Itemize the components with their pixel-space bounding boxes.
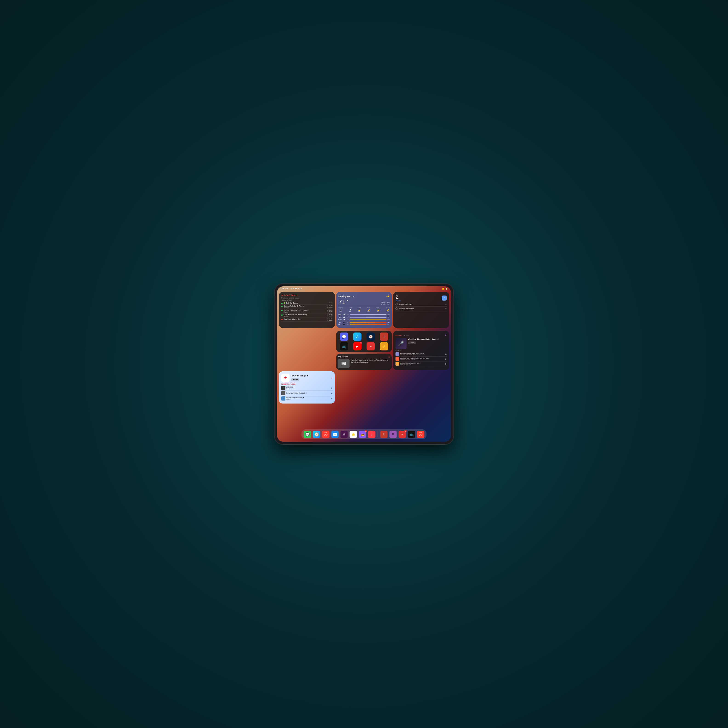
podcast-play-1[interactable]: ▶ xyxy=(445,353,447,355)
calendar-event-allday[interactable]: 🟢 2 All-Day Events all-day xyxy=(281,302,332,305)
track-play-3[interactable]: ▶ xyxy=(331,398,332,400)
date-display: Sun Sep 22 xyxy=(291,288,302,290)
track-info-1: All Hell ⊞ ✦ Los Campesinos! xyxy=(286,386,331,390)
reminder-text-1: Replace Air Filter xyxy=(399,303,445,305)
event-time: 10:00AM11:00AM xyxy=(327,305,332,308)
podcast-track-2[interactable]: MBMBaM 729: Put a Slim Jim in My Coin Ho… xyxy=(396,356,447,361)
apps-widget[interactable]: 💬 A ⚾ xyxy=(336,331,392,352)
podcast-track-3[interactable]: Longest Fixed Borders In History New · 3… xyxy=(396,361,447,366)
event-dot xyxy=(281,303,283,304)
status-bar: 7:29 PM Sun Sep 22 📶 🔋 xyxy=(277,286,451,291)
dock-messages[interactable]: 💬 xyxy=(304,431,311,438)
podcasts-main: 🎤 Wrestling Observer Radio, Sep 19th ▶ P… xyxy=(396,338,447,349)
music-track-1[interactable]: 🎵 All Hell ⊞ ✦ Los Campesinos! ▶ xyxy=(281,385,332,391)
reminders-count: 2 xyxy=(396,294,400,300)
music-track-2[interactable]: 🎵 Pinkerton (Deluxe Edition) ⊞ ✦ ▶ xyxy=(281,391,332,396)
podcast-play-3[interactable]: ▶ xyxy=(445,363,447,365)
dock-lists[interactable]: ≡ 2 xyxy=(399,431,406,438)
instapaper-icon[interactable]: I xyxy=(380,332,388,341)
podcast-play-button[interactable]: ▶ Play xyxy=(408,341,416,344)
weather-high-low: H:75° L:63° xyxy=(381,304,390,305)
appletv-icon[interactable]: 📺 xyxy=(340,342,348,350)
weather-widget[interactable]: Nottingham ↗ 🌙 71° Mostly Clear H:75° L:… xyxy=(336,292,392,328)
podcast-main-title: Wrestling Observer Radio, Sep 19th xyxy=(408,338,447,340)
weather-hourly: 7:02PM 🌤 70° 8 PM ☁️ 70° 9 PM 🌙 68° xyxy=(338,306,390,312)
time-display: 7:29 PM xyxy=(280,288,288,290)
event-title: 🟢 2 All-Day Events xyxy=(284,302,328,304)
track-info-3: Weezer (Deluxe Edition) ✦ Weezer xyxy=(286,397,331,400)
album-art-1: 🎵 xyxy=(281,386,285,390)
event-dot xyxy=(281,310,283,311)
track-artist-3: Weezer xyxy=(286,399,331,400)
status-time: 7:29 PM Sun Sep 22 xyxy=(280,288,302,290)
music-playlist-info: ★ Favorite Songs ✦ ▶ Play xyxy=(281,374,308,382)
dock-reeder[interactable]: ⭐ xyxy=(350,431,357,438)
appstore-icon[interactable]: A xyxy=(353,332,361,341)
event-dot xyxy=(281,306,283,307)
calendar-widget[interactable]: SUNDAY, SEP 22 No more events today TOMO… xyxy=(279,292,335,328)
discord-icon[interactable]: 💬 xyxy=(340,332,348,341)
event-dot xyxy=(281,314,283,316)
dock-safari[interactable]: 🧭 xyxy=(313,431,320,438)
weather-city: Nottingham ↗ xyxy=(338,294,354,298)
youtube-icon[interactable]: ▶ 2 xyxy=(353,342,361,350)
calendar-event-1[interactable]: Gemma: Roleplay 3: Policies ⌘ Zoom 10:00… xyxy=(281,305,332,309)
music-track-3[interactable]: 🎵 Weezer (Deluxe Edition) ✦ Weezer ▶ xyxy=(281,396,332,401)
app-discord[interactable]: 💬 xyxy=(338,332,350,341)
app-appletv[interactable]: 📺 xyxy=(338,342,350,350)
reeder-icon[interactable]: ⚡ xyxy=(380,342,388,350)
dock-music[interactable]: ♪ xyxy=(368,431,375,438)
weather-low: L:63° xyxy=(386,304,390,305)
calendar-date-header: SUNDAY, SEP 22 xyxy=(281,294,332,297)
calendar-event-3[interactable]: ZeroFox/Tradeweb- Account Alig... ⌘ Zoom… xyxy=(281,314,332,318)
music-playlist-details: Favorite Songs ✦ ▶ Play xyxy=(291,375,308,381)
dock-pocketcasts[interactable]: 📻 28 xyxy=(359,431,366,438)
mlb-icon[interactable]: ⚾ xyxy=(367,332,375,341)
dock-calendar2[interactable]: SUN 22 xyxy=(417,431,424,438)
calendar-event-4[interactable]: Time Block: Allergy Shot 11:30AM12:30PM xyxy=(281,318,332,322)
battery-icon: 🔋 xyxy=(445,288,448,290)
apple-news-icon: N xyxy=(388,355,390,358)
app-reeder[interactable]: ⚡ xyxy=(378,342,390,350)
podcast-play-2[interactable]: ▶ xyxy=(445,358,447,360)
news-widget[interactable]: Top Stories N 📰 Hezbollah vows a war of … xyxy=(336,354,392,370)
podcast-art-1 xyxy=(396,352,399,356)
podcast-info-1: Wonkquaman with Marie Bardi-Salinas Resu… xyxy=(400,353,445,355)
reminder-checkbox-2[interactable] xyxy=(396,307,398,310)
event-title: ZeroFox/Tradeweb- Account Alig... xyxy=(284,314,327,315)
lists-icon[interactable]: ≡ xyxy=(367,342,375,350)
dock-podcasts[interactable]: 🎙 xyxy=(390,431,397,438)
track-play-2[interactable]: ▶ xyxy=(331,392,332,394)
youtube-badge: 2 xyxy=(359,342,362,344)
app-appstore[interactable]: A xyxy=(351,332,363,341)
podcasts-widget[interactable]: RESUME 3D AGO 🎙 🎤 Wrestling Observer Rad… xyxy=(393,331,449,370)
app-lists[interactable]: ≡ xyxy=(365,342,377,350)
album-art-2: 🎵 xyxy=(281,391,285,395)
dock-instapaper[interactable]: I xyxy=(380,431,388,438)
weather-hour-4: 10 PM 🌙 67° xyxy=(367,307,370,312)
dock-mail[interactable]: ✉️ xyxy=(331,431,339,438)
resume-label: RESUME xyxy=(396,335,402,336)
app-youtube[interactable]: ▶ 2 xyxy=(351,342,363,350)
music-header: ★ Favorite Songs ✦ ▶ Play ♪ xyxy=(281,374,332,382)
music-play-button[interactable]: ▶ Play xyxy=(291,378,300,381)
music-widget[interactable]: ★ Favorite Songs ✦ ▶ Play ♪ RECENTLY PLA… xyxy=(279,372,335,404)
reminder-checkbox-1[interactable] xyxy=(396,303,398,305)
event-location: ⌘ Zoom xyxy=(284,311,327,313)
dock-slack[interactable]: # xyxy=(341,431,348,438)
app-mlb[interactable]: ⚾ xyxy=(365,332,377,341)
forecast-thu: Thu 🌧 66° 82° xyxy=(338,321,390,323)
calendar-event-2[interactable]: ZeroFox | Kimberly Clark Corporat... ⌘ Z… xyxy=(281,309,332,314)
dock-appletv[interactable]: 📺 xyxy=(408,431,415,438)
reminder-item-2[interactable]: Change water filter ↻ xyxy=(396,307,447,311)
city-name: Nottingham xyxy=(338,295,351,298)
track-play-1[interactable]: ▶ xyxy=(331,387,332,389)
podcast-track-1[interactable]: Wonkquaman with Marie Bardi-Salinas Resu… xyxy=(396,352,447,356)
reminder-text-2: Change water filter xyxy=(399,308,445,310)
dock-calendar[interactable]: SUN 22 xyxy=(322,431,330,438)
event-info: 🟢 2 All-Day Events xyxy=(284,302,328,304)
app-instapaper[interactable]: I xyxy=(378,332,390,341)
reminders-widget[interactable]: 2 Today ☑ Replace Air Filter ↻ xyxy=(393,292,449,328)
reminder-item-1[interactable]: Replace Air Filter ↻ xyxy=(396,302,447,307)
news-headline: Hezbollah vows a war of "reckoning" as e… xyxy=(351,359,390,363)
